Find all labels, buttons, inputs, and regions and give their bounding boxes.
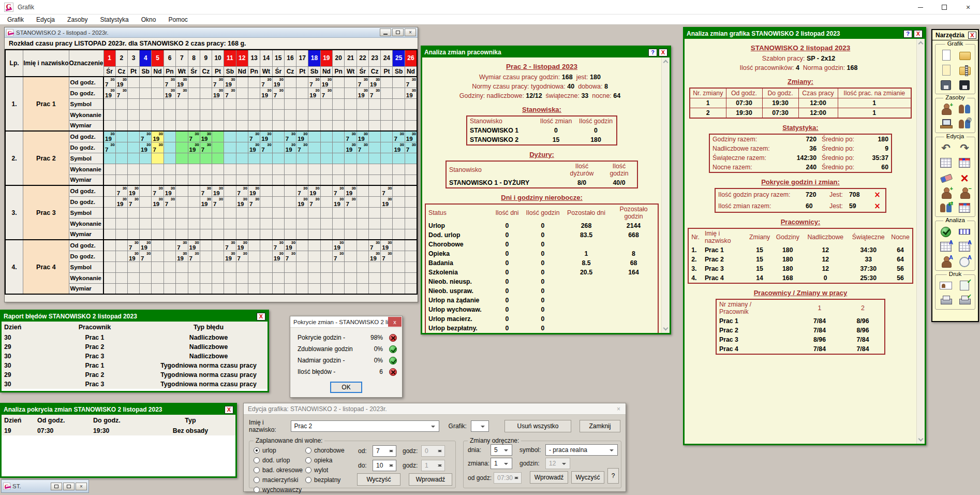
- schedule-cell[interactable]: [272, 207, 284, 218]
- schedule-cell[interactable]: [357, 240, 368, 251]
- radio-urlop[interactable]: urlop: [254, 445, 303, 455]
- schedule-cell[interactable]: [140, 77, 152, 88]
- schedule-cell[interactable]: [333, 142, 345, 153]
- schedule-cell[interactable]: [152, 272, 164, 283]
- scrollbar[interactable]: [661, 57, 670, 333]
- schedule-cell[interactable]: [140, 261, 152, 272]
- schedule-cell[interactable]: 3019: [368, 77, 380, 88]
- schedule-cell[interactable]: 3019: [103, 88, 115, 98]
- do-spinner[interactable]: 10: [373, 460, 396, 471]
- schedule-cell[interactable]: [260, 174, 272, 185]
- schedule-cell[interactable]: 3019: [333, 196, 345, 207]
- schedule-cell[interactable]: [272, 98, 284, 109]
- close-button[interactable]: ×: [956, 0, 980, 14]
- schedule-cell[interactable]: [152, 153, 164, 164]
- schedule-cell[interactable]: [212, 218, 224, 229]
- schedule-cell[interactable]: [284, 109, 296, 120]
- table-row[interactable]: 29Prac 2Nadliczbowe: [2, 342, 265, 352]
- menu-item-grafik[interactable]: Grafik: [7, 16, 24, 23]
- schedule-cell[interactable]: [212, 153, 224, 164]
- schedule-cell[interactable]: [188, 98, 200, 109]
- child-minimize-button[interactable]: [380, 28, 391, 36]
- schedule-cell[interactable]: 307: [236, 185, 248, 196]
- schedule-cell[interactable]: 307: [212, 196, 224, 207]
- schedule-cell[interactable]: [127, 131, 139, 142]
- schedule-cell[interactable]: [127, 88, 139, 98]
- schedule-cell[interactable]: [212, 98, 224, 109]
- schedule-cell[interactable]: [236, 164, 248, 174]
- schedule-cell[interactable]: [381, 142, 393, 153]
- schedule-cell[interactable]: [357, 109, 368, 120]
- scroll-down-icon[interactable]: [663, 326, 669, 331]
- schedule-cell[interactable]: 307: [103, 142, 115, 153]
- schedule-cell[interactable]: [368, 272, 380, 283]
- schedule-cell[interactable]: [164, 218, 175, 229]
- schedule-cell[interactable]: [308, 218, 320, 229]
- schedule-cell[interactable]: [357, 185, 368, 196]
- schedule-cell[interactable]: [284, 207, 296, 218]
- child-maximize-button[interactable]: [392, 28, 404, 36]
- schedule-cell[interactable]: [296, 229, 308, 240]
- check-analysis-icon[interactable]: [939, 225, 953, 238]
- table-row[interactable]: 30Prac 3Tygodniowa norma czasu pracy: [2, 380, 265, 389]
- schedule-cell[interactable]: 307: [224, 88, 236, 98]
- schedule-cell[interactable]: [188, 261, 200, 272]
- schedule-cell[interactable]: [296, 153, 308, 164]
- schedule-cell[interactable]: [345, 240, 357, 251]
- schedule-cell[interactable]: [140, 272, 152, 283]
- schedule-cell[interactable]: [188, 153, 200, 164]
- schedule-cell[interactable]: [236, 261, 248, 272]
- schedule-cell[interactable]: [164, 229, 175, 240]
- archive-folder-icon[interactable]: [957, 64, 972, 77]
- schedule-cell[interactable]: [368, 207, 380, 218]
- schedule-cell[interactable]: 307: [333, 185, 345, 196]
- schedule-cell[interactable]: 307: [127, 240, 139, 251]
- schedule-cell[interactable]: [115, 142, 127, 153]
- schedule-cell[interactable]: [333, 109, 345, 120]
- schedule-cell[interactable]: [212, 120, 224, 131]
- print-preview-icon[interactable]: ✓: [957, 279, 972, 292]
- schedule-cell[interactable]: [260, 98, 272, 109]
- schedule-cell[interactable]: [381, 88, 393, 98]
- schedule-cell[interactable]: [405, 283, 417, 294]
- schedule-cell[interactable]: [200, 88, 212, 98]
- schedule-cell[interactable]: [272, 218, 284, 229]
- schedule-cell[interactable]: [368, 120, 380, 131]
- schedule-cell[interactable]: [115, 164, 127, 174]
- schedule-cell[interactable]: 3019: [405, 88, 417, 98]
- schedule-cell[interactable]: 307: [260, 77, 272, 88]
- schedule-cell[interactable]: [176, 229, 188, 240]
- schedule-cell[interactable]: [103, 196, 115, 207]
- radio-wychowawczy[interactable]: wychowawczy: [254, 485, 303, 494]
- schedule-cell[interactable]: [345, 251, 357, 261]
- help-button[interactable]: ?: [648, 49, 657, 56]
- schedule-cell[interactable]: [164, 261, 175, 272]
- table-row[interactable]: 1907:3019:30Bez obsady: [2, 426, 234, 435]
- schedule-cell[interactable]: [224, 261, 236, 272]
- edit-window-titlebar[interactable]: Edycja grafika: STANOWISKO 2 - listopad …: [244, 403, 626, 415]
- schedule-cell[interactable]: [164, 98, 175, 109]
- schedule-cell[interactable]: [308, 131, 320, 142]
- minimized-window-bar[interactable]: G ST. ×: [1, 479, 89, 493]
- schedule-cell[interactable]: [308, 261, 320, 272]
- schedule-cell[interactable]: [393, 240, 405, 251]
- schedule-cell[interactable]: [368, 131, 380, 142]
- schedule-cell[interactable]: [272, 196, 284, 207]
- schedule-cell[interactable]: 3019: [368, 251, 380, 261]
- schedule-cell[interactable]: [284, 218, 296, 229]
- schedule-cell[interactable]: [260, 120, 272, 131]
- schedule-cell[interactable]: [260, 229, 272, 240]
- schedule-cell[interactable]: 3019: [272, 251, 284, 261]
- schedule-cell[interactable]: [405, 207, 417, 218]
- schedule-cell[interactable]: [224, 174, 236, 185]
- schedule-cell[interactable]: [152, 109, 164, 120]
- schedule-cell[interactable]: 307: [284, 251, 296, 261]
- schedule-cell[interactable]: [224, 272, 236, 283]
- schedule-cell[interactable]: [284, 229, 296, 240]
- schedule-cell[interactable]: 307: [176, 240, 188, 251]
- schedule-cell[interactable]: [140, 218, 152, 229]
- schedule-cell[interactable]: [248, 218, 260, 229]
- schedule-cell[interactable]: [296, 240, 308, 251]
- schedule-cell[interactable]: [115, 272, 127, 283]
- edit-close-icon[interactable]: ×: [617, 405, 620, 413]
